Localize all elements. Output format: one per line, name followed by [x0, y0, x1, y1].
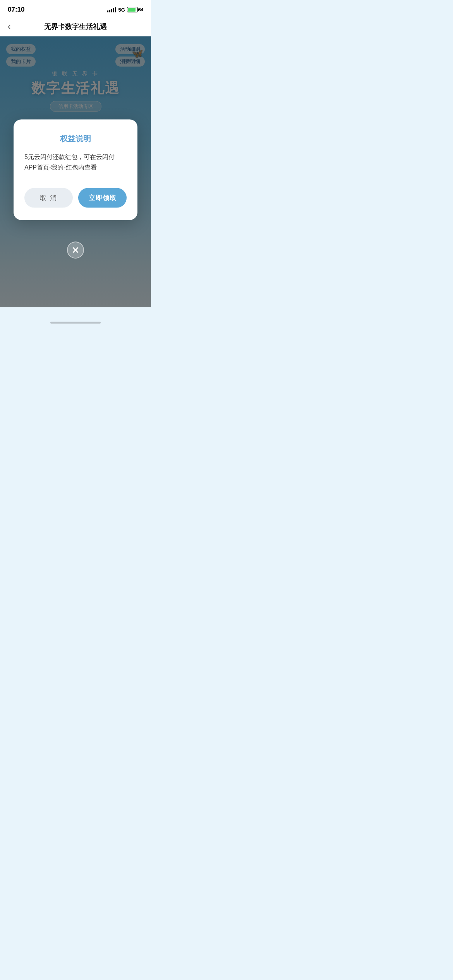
- cancel-button[interactable]: 取 消: [24, 188, 73, 208]
- dialog-content: 5元云闪付还款红包，可在云闪付APP首页-我的-红包内查看: [24, 152, 127, 173]
- dialog-title: 权益说明: [24, 134, 127, 144]
- dialog-buttons: 取 消 立即领取: [24, 188, 127, 208]
- page-title: 无界卡数字生活礼遇: [44, 22, 107, 31]
- status-bar: 07:10 5G 84: [0, 0, 151, 17]
- network-label: 5G: [118, 7, 125, 13]
- home-indicator: [50, 322, 101, 324]
- status-icons: 5G 84: [107, 7, 143, 13]
- close-button[interactable]: [67, 242, 84, 259]
- confirm-button[interactable]: 立即领取: [78, 188, 127, 208]
- close-icon: [72, 246, 79, 254]
- main-content: 我的权益 我的卡片 活动细则 消费明细 银 联 无 界 卡 数字生活礼遇 信用卡…: [0, 36, 151, 307]
- status-time: 07:10: [8, 6, 24, 14]
- signal-icon: [107, 7, 116, 12]
- nav-bar: ‹ 无界卡数字生活礼遇: [0, 17, 151, 36]
- back-button[interactable]: ‹: [8, 22, 10, 32]
- close-button-wrapper: [67, 242, 84, 259]
- battery-icon: 84: [127, 7, 143, 12]
- dialog: 权益说明 5元云闪付还款红包，可在云闪付APP首页-我的-红包内查看 取 消 立…: [14, 120, 137, 220]
